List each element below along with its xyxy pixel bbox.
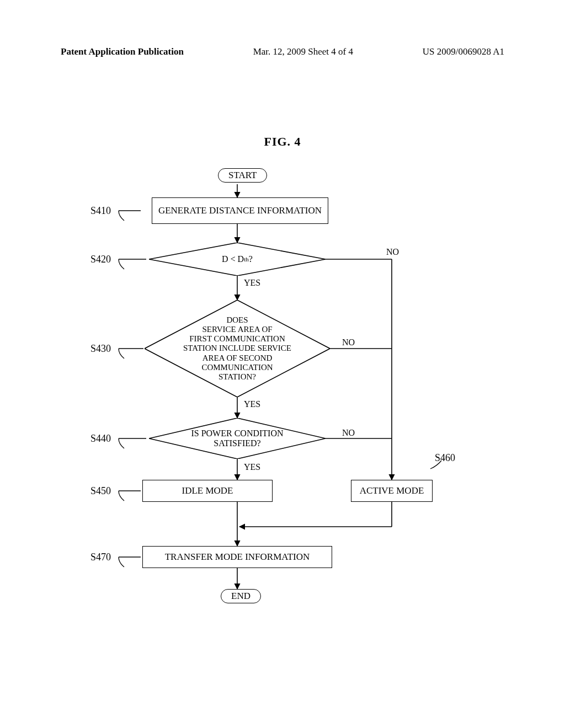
process-s470-text: TRANSFER MODE INFORMATION: [165, 552, 310, 563]
header-center: Mar. 12, 2009 Sheet 4 of 4: [253, 46, 353, 57]
edge-no-s430: NO: [342, 338, 355, 347]
header-left: Patent Application Publication: [61, 46, 184, 57]
ref-s440: S440: [90, 433, 111, 445]
decision-s420-text: D < Dth ?: [149, 243, 326, 276]
process-s410-text: GENERATE DISTANCE INFORMATION: [158, 205, 322, 216]
process-s450: IDLE MODE: [142, 480, 273, 502]
ref-s460: S460: [435, 452, 455, 464]
process-s470: TRANSFER MODE INFORMATION: [142, 546, 332, 568]
ref-s420: S420: [90, 254, 111, 265]
terminal-end: END: [221, 589, 261, 603]
page-header: Patent Application Publication Mar. 12, …: [61, 46, 504, 57]
decision-s420: D < Dth ?: [149, 243, 326, 276]
ref-s430: S430: [90, 343, 111, 355]
process-s410: GENERATE DISTANCE INFORMATION: [152, 197, 328, 224]
edge-no-s420: NO: [386, 247, 399, 257]
ref-s450: S450: [90, 485, 111, 497]
page: Patent Application Publication Mar. 12, …: [0, 0, 565, 728]
edge-yes-s430: YES: [244, 399, 260, 409]
process-s450-text: IDLE MODE: [182, 485, 233, 496]
edge-no-s440: NO: [342, 428, 355, 438]
figure-title: FIG. 4: [0, 135, 565, 149]
process-s460-text: ACTIVE MODE: [360, 485, 424, 496]
decision-s440: IS POWER CONDITIONSATISFIED?: [149, 418, 326, 459]
decision-s430: DOESSERVICE AREA OFFIRST COMMUNICATIONST…: [145, 300, 330, 397]
edge-yes-s440: YES: [244, 462, 260, 472]
edge-yes-s420: YES: [244, 278, 260, 288]
decision-s430-text: DOESSERVICE AREA OFFIRST COMMUNICATIONST…: [145, 300, 330, 397]
header-right: US 2009/0069028 A1: [423, 46, 504, 57]
terminal-start: START: [218, 168, 267, 183]
ref-s410: S410: [90, 205, 111, 217]
ref-s470: S470: [90, 552, 111, 563]
process-s460: ACTIVE MODE: [351, 480, 433, 502]
decision-s440-text: IS POWER CONDITIONSATISFIED?: [149, 418, 326, 459]
